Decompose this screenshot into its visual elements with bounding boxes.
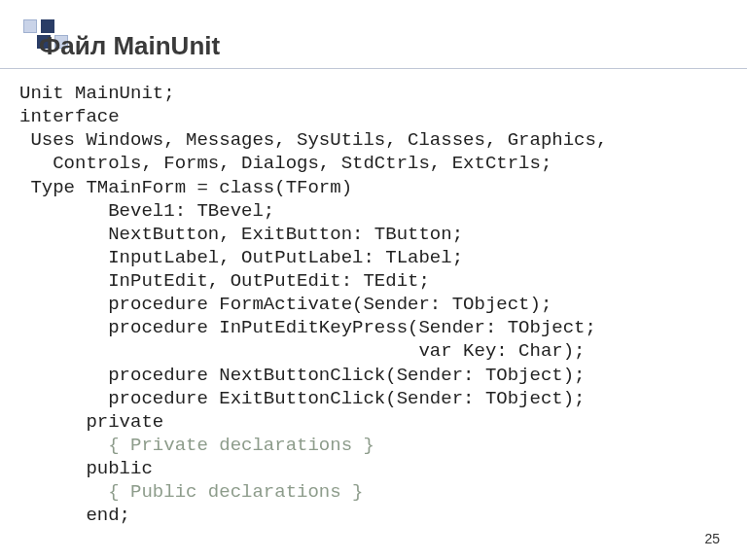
code-line: Controls, Forms, Dialogs, StdCtrls, ExtC… <box>19 153 551 174</box>
code-comment: { Public declarations } <box>108 481 363 503</box>
code-line: procedure InPutEditKeyPress(Sender: TObj… <box>19 317 596 338</box>
code-line: InputLabel, OutPutLabel: TLabel; <box>19 247 463 268</box>
code-line: public <box>19 458 153 479</box>
code-line <box>19 481 108 503</box>
code-line: Uses Windows, Messages, SysUtils, Classe… <box>19 129 607 151</box>
code-line: procedure ExitButtonClick(Sender: TObjec… <box>19 388 586 409</box>
code-line: InPutEdit, OutPutEdit: TEdit; <box>19 270 430 292</box>
code-line <box>19 435 108 456</box>
code-comment: { Private declarations } <box>108 435 374 456</box>
code-line: var Key: Char); <box>19 340 586 362</box>
code-line: end; <box>19 505 130 526</box>
page-title: Файл MainUnit <box>39 31 220 61</box>
decor-square <box>23 19 37 33</box>
code-line: Type TMainForm = class(TForm) <box>19 177 352 198</box>
code-line: procedure FormActivate(Sender: TObject); <box>19 294 551 315</box>
code-block: Unit MainUnit; interface Uses Windows, M… <box>19 82 607 527</box>
page-number: 25 <box>704 531 720 546</box>
code-line: Bevel1: TBevel; <box>19 200 274 222</box>
code-line: private <box>19 411 163 433</box>
code-line: NextButton, ExitButton: TButton; <box>19 224 463 245</box>
title-underline <box>0 68 747 69</box>
code-line: interface <box>19 106 120 127</box>
code-line: procedure NextButtonClick(Sender: TObjec… <box>19 365 586 386</box>
code-line: Unit MainUnit; <box>19 83 175 104</box>
